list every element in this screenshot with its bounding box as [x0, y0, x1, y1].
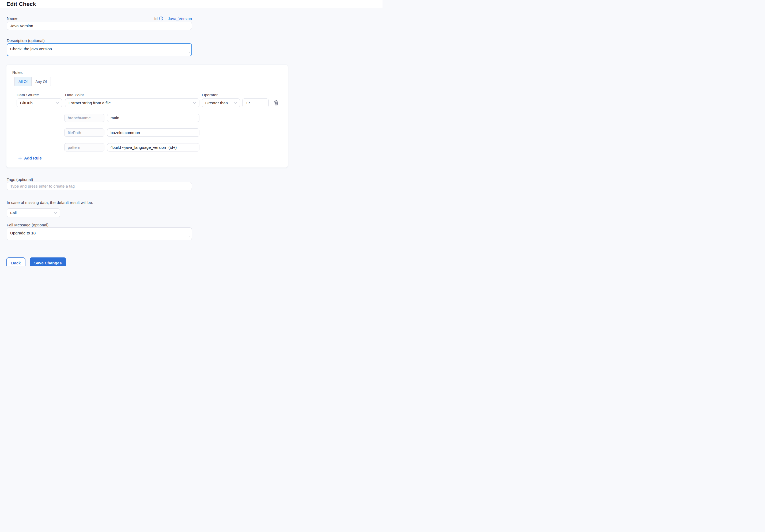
- data-source-select[interactable]: GitHub: [17, 99, 62, 107]
- param-value-pattern-input[interactable]: [107, 143, 200, 152]
- rules-label: Rules: [12, 70, 22, 75]
- chevron-down-icon: [54, 212, 57, 214]
- param-key-pattern: pattern: [64, 143, 104, 152]
- add-rule-button[interactable]: Add Rule: [18, 156, 42, 160]
- param-value-filepath-input[interactable]: [107, 129, 200, 137]
- tags-input[interactable]: [7, 182, 192, 190]
- chevron-down-icon: [234, 102, 237, 104]
- toggle-all-of[interactable]: All Of: [15, 77, 32, 86]
- description-label: Description (optional): [7, 38, 45, 43]
- id-value-link[interactable]: Java_Version: [168, 16, 192, 21]
- data-source-label: Data Source: [17, 93, 39, 97]
- id-label: Id: [154, 16, 158, 21]
- data-source-value: GitHub: [20, 101, 33, 105]
- operator-label: Operator: [202, 93, 218, 97]
- rules-mode-toggle: All Of Any Of: [14, 77, 51, 86]
- missing-data-select[interactable]: Fail: [7, 209, 60, 217]
- back-button[interactable]: Back: [6, 258, 25, 266]
- save-changes-button[interactable]: Save Changes: [30, 258, 66, 266]
- fail-message-textarea[interactable]: Upgrade to 18: [7, 228, 192, 240]
- info-icon[interactable]: [159, 16, 163, 21]
- param-value-branchname-input[interactable]: [107, 114, 200, 122]
- delete-rule-button[interactable]: [273, 99, 280, 107]
- param-key-filepath: filePath: [64, 129, 104, 137]
- missing-data-value: Fail: [10, 211, 17, 215]
- toggle-any-of[interactable]: Any Of: [32, 77, 51, 86]
- operator-value: Greater than: [205, 101, 228, 105]
- fail-message-label: Fail Message (optional): [7, 223, 48, 227]
- chevron-down-icon: [193, 102, 196, 104]
- operator-value-input[interactable]: [242, 99, 269, 107]
- id-row: Id : Java_Version: [7, 16, 192, 21]
- chevron-down-icon: [56, 102, 59, 104]
- rules-card: Rules All Of Any Of Data Source Data Poi…: [6, 65, 288, 168]
- description-field-wrap: Check the java version: [7, 43, 192, 56]
- operator-select[interactable]: Greater than: [202, 99, 240, 107]
- plus-icon: [18, 156, 22, 160]
- name-input[interactable]: [7, 22, 192, 30]
- missing-data-label: In case of missing data, the default res…: [7, 200, 93, 205]
- description-textarea[interactable]: Check the java version: [7, 43, 192, 56]
- data-point-value: Extract string from a file: [69, 101, 111, 105]
- data-point-label: Data Point: [65, 93, 84, 97]
- fail-message-field-wrap: Upgrade to 18: [7, 228, 192, 240]
- trash-icon: [274, 100, 279, 106]
- tags-label: Tags (optional): [7, 177, 33, 182]
- param-key-branchname: branchName: [64, 114, 104, 122]
- page-header: Edit Check: [0, 0, 382, 8]
- add-rule-label: Add Rule: [24, 156, 42, 160]
- id-separator: :: [165, 16, 167, 21]
- page-title: Edit Check: [0, 0, 382, 8]
- data-point-select[interactable]: Extract string from a file: [65, 99, 200, 107]
